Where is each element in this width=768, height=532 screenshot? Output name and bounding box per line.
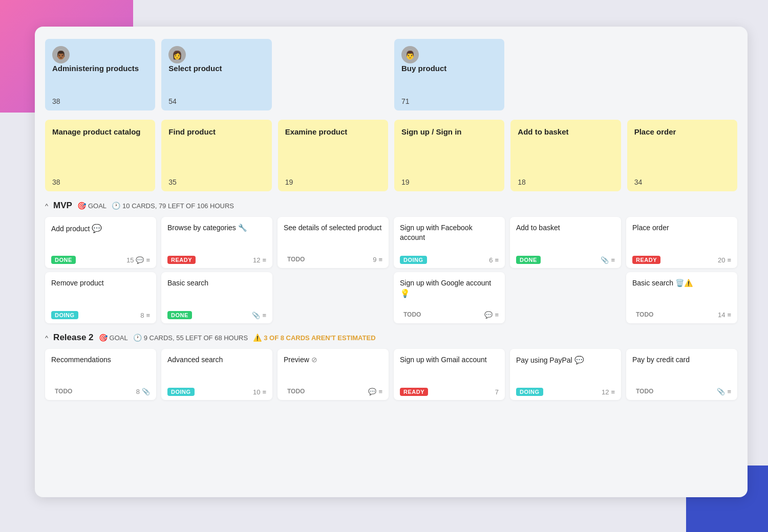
badge-ready-browse: READY <box>167 256 196 264</box>
story-signup-facebook-icons: 6 ≡ <box>489 256 499 264</box>
story-recommendations[interactable]: Recommendations TODO 8 📎 <box>45 349 156 400</box>
story-add-product-title: Add product 💬 <box>51 223 150 251</box>
epic-signup-signin[interactable]: Sign up / Sign in 19 <box>394 120 504 191</box>
story-signup-gmail[interactable]: Sign up with Gmail account READY 7 <box>394 349 505 400</box>
story-basic-search[interactable]: Basic search DONE 📎 ≡ <box>161 272 272 323</box>
epic-buy-count: 71 <box>401 97 497 105</box>
release2-goal-label: GOAL <box>110 334 128 342</box>
story-paypal[interactable]: Pay using PayPal 💬 DOING 12 ≡ <box>510 349 621 400</box>
story-recommendations-footer: TODO 8 📎 <box>51 387 150 396</box>
story-credit-card[interactable]: Pay by credit card TODO 📎 ≡ <box>626 349 737 400</box>
story-credit-card-title: Pay by credit card <box>632 355 731 382</box>
avatar-administering: 👨🏾 <box>52 46 70 63</box>
story-paypal-title: Pay using PayPal 💬 <box>516 355 615 383</box>
epic-examine-count: 19 <box>285 178 381 186</box>
epic-manage[interactable]: Manage product catalog 38 <box>45 120 155 191</box>
badge-todo-preview: TODO <box>284 387 308 396</box>
epic-buy[interactable]: 👨 Buy product 71 <box>394 39 504 110</box>
story-remove-product[interactable]: Remove product DOING 8 ≡ <box>45 272 156 323</box>
release2-label: Release 2 <box>53 332 93 343</box>
release2-chevron[interactable]: ^ <box>45 334 48 342</box>
story-add-product[interactable]: Add product 💬 DONE 15 💬 ≡ <box>45 217 156 268</box>
badge-done-add-product: DONE <box>51 256 76 264</box>
epic-find[interactable]: Find product 35 <box>161 120 271 191</box>
story-credit-card-footer: TODO 📎 ≡ <box>632 387 731 396</box>
epic-buy-title: Buy product <box>401 63 497 91</box>
epic-select-count: 54 <box>168 97 264 105</box>
story-place-order[interactable]: Place order READY 20 ≡ <box>626 217 737 268</box>
release2-clock-icon: 🕐 <box>133 334 142 342</box>
story-signup-google-footer: TODO 💬 ≡ <box>400 310 499 319</box>
epic-empty-1 <box>278 39 388 110</box>
story-browse-categories[interactable]: Browse by categories 🔧 READY 12 ≡ <box>161 217 272 268</box>
story-basic-search-footer: DONE 📎 ≡ <box>167 311 266 319</box>
story-add-product-icons: 15 💬 ≡ <box>126 256 150 264</box>
story-add-basket[interactable]: Add to basket DONE 📎 ≡ <box>510 217 621 268</box>
story-paypal-footer: DOING 12 ≡ <box>516 388 615 396</box>
epic-empty-3 <box>627 39 737 110</box>
epic-administering-title: Administering products <box>52 63 148 91</box>
story-signup-google-title: Sign up with Google account 💡 <box>400 278 499 305</box>
story-basic-search-title: Basic search <box>167 278 266 306</box>
mvp-chevron[interactable]: ^ <box>45 202 48 210</box>
badge-done-basic-search: DONE <box>167 311 192 319</box>
story-see-details[interactable]: See details of selected product TODO 9 ≡ <box>278 217 389 268</box>
epic-row-2: Manage product catalog 38 Find product 3… <box>45 120 737 191</box>
release2-goal-icon: 🎯 <box>99 334 108 342</box>
story-empty-col3 <box>278 272 389 323</box>
story-basic-search-2-footer: TODO 14 ≡ <box>632 310 731 319</box>
story-place-order-footer: READY 20 ≡ <box>632 256 731 264</box>
story-signup-gmail-title: Sign up with Gmail account <box>400 355 499 383</box>
story-basic-search-2-title: Basic search 🗑️⚠️ <box>632 278 731 305</box>
warn-triangle-icon: ⚠️ <box>253 334 262 342</box>
mvp-label: MVP <box>53 201 72 211</box>
story-preview-title: Preview ⊘ <box>284 355 382 382</box>
epic-administering[interactable]: 👨🏾 Administering products 38 <box>45 39 155 110</box>
story-basic-search-2[interactable]: Basic search 🗑️⚠️ TODO 14 ≡ <box>626 272 737 323</box>
story-credit-card-icons: 📎 ≡ <box>717 388 731 395</box>
story-basic-search-icons: 📎 ≡ <box>252 312 266 319</box>
epic-manage-title: Manage product catalog <box>52 127 148 172</box>
badge-ready-place-order: READY <box>632 256 660 264</box>
story-add-basket-icons: 📎 ≡ <box>601 256 615 264</box>
epic-select[interactable]: 👩 Select product 54 <box>161 39 271 110</box>
epic-signup-title: Sign up / Sign in <box>401 127 497 172</box>
epic-examine[interactable]: Examine product 19 <box>278 120 388 191</box>
story-add-basket-title: Add to basket <box>516 223 615 251</box>
release2-section-header: ^ Release 2 🎯 GOAL 🕐 9 CARDS, 55 LEFT OF… <box>45 332 737 343</box>
story-preview[interactable]: Preview ⊘ TODO 💬 ≡ <box>278 349 389 400</box>
story-see-details-footer: TODO 9 ≡ <box>284 255 382 264</box>
story-signup-gmail-icons: 7 <box>495 388 499 396</box>
story-browse-footer: READY 12 ≡ <box>167 256 266 264</box>
epic-place-order[interactable]: Place order 34 <box>627 120 737 191</box>
story-place-order-icons: 20 ≡ <box>718 256 731 264</box>
story-see-details-title: See details of selected product <box>284 223 382 250</box>
story-advanced-search-footer: DOING 10 ≡ <box>167 388 266 396</box>
epic-select-title: Select product <box>168 63 264 91</box>
badge-todo-basic-search-2: TODO <box>632 310 657 319</box>
epic-add-basket[interactable]: Add to basket 18 <box>510 120 621 191</box>
release2-stories-row-1: Recommendations TODO 8 📎 Advanced search… <box>45 349 737 400</box>
story-empty-col5 <box>510 272 621 323</box>
epic-row-1: 👨🏾 Administering products 38 👩 Select pr… <box>45 39 737 110</box>
badge-doing-facebook: DOING <box>400 256 427 264</box>
story-signup-facebook[interactable]: Sign up with Facebook account DOING 6 ≡ <box>394 217 505 268</box>
mvp-goal-label: GOAL <box>88 202 106 210</box>
badge-todo-google: TODO <box>400 310 424 319</box>
story-signup-google[interactable]: Sign up with Google account 💡 TODO 💬 ≡ <box>394 272 505 323</box>
badge-todo-credit-card: TODO <box>632 387 657 396</box>
story-browse-title: Browse by categories 🔧 <box>167 223 266 251</box>
story-advanced-search[interactable]: Advanced search DOING 10 ≡ <box>161 349 272 400</box>
badge-todo-see-details: TODO <box>284 255 308 264</box>
release2-warn-badge: ⚠️ 3 OF 8 CARDS AREN'T ESTIMATED <box>253 334 375 342</box>
main-board-card: 👨🏾 Administering products 38 👩 Select pr… <box>35 27 748 497</box>
story-preview-footer: TODO 💬 ≡ <box>284 387 382 396</box>
story-signup-facebook-title: Sign up with Facebook account <box>400 223 499 251</box>
story-add-basket-footer: DONE 📎 ≡ <box>516 256 615 264</box>
story-advanced-search-title: Advanced search <box>167 355 266 383</box>
story-basic-search-2-icons: 14 ≡ <box>718 311 731 319</box>
epic-add-basket-title: Add to basket <box>518 127 613 172</box>
mvp-stories-row-2: Remove product DOING 8 ≡ Basic search DO… <box>45 272 737 323</box>
epic-find-count: 35 <box>168 178 264 186</box>
badge-doing-paypal: DOING <box>516 388 543 396</box>
